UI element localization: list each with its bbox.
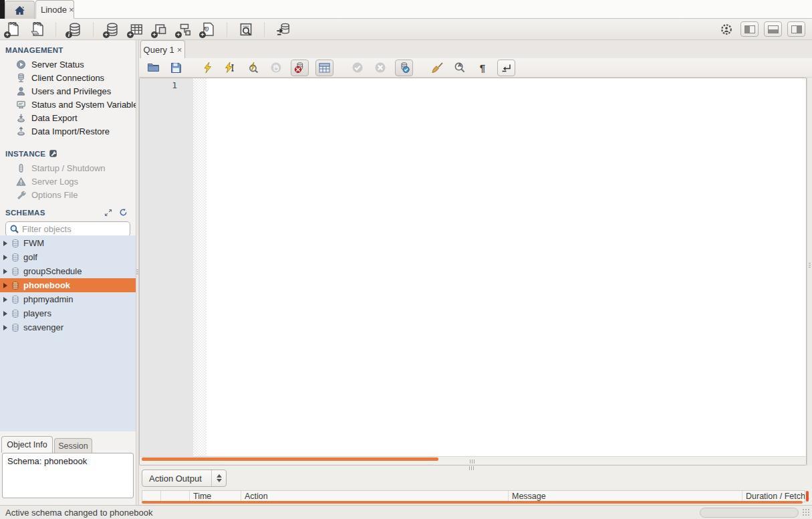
open-script-button[interactable] (145, 60, 161, 76)
sql-editor[interactable]: 1 (139, 78, 807, 465)
toggle-stop-on-error-button[interactable] (291, 60, 309, 76)
schema-row-phpmyadmin[interactable]: phpmyadmin (0, 292, 136, 306)
refresh-schemas-icon[interactable] (119, 208, 128, 217)
splitter-grip[interactable] (470, 459, 475, 463)
sidebar-item-data-import[interactable]: Data Import/Restore (0, 124, 136, 138)
column-header-message[interactable]: Message (509, 491, 742, 502)
sidebar-item-users-privileges[interactable]: Users and Privileges (0, 84, 136, 98)
schema-row-players[interactable]: players (0, 306, 136, 320)
sidebar-item-server-logs[interactable]: Server Logs (0, 175, 136, 188)
show-invisibles-button[interactable]: ¶ (475, 60, 491, 76)
schema-filter-input[interactable] (22, 224, 136, 234)
right-panel-strip[interactable] (807, 40, 812, 505)
left-panel-icon (745, 25, 755, 33)
toolbar-separator (55, 22, 56, 37)
column-header-action[interactable]: Action (241, 491, 509, 502)
schema-row-phonebook[interactable]: phonebook (0, 278, 136, 292)
column-header-index[interactable] (161, 491, 190, 502)
schema-row-scavenger[interactable]: scavenger (0, 320, 136, 334)
open-sql-script-button[interactable]: SQL (28, 21, 46, 38)
connection-tab-bar: Linode × (0, 0, 812, 19)
sidebar-item-options-file[interactable]: Options File (0, 188, 136, 201)
toggle-output-area-button[interactable] (764, 21, 782, 37)
expand-schemas-icon[interactable] (104, 209, 112, 217)
schema-label: groupSchedule (23, 266, 82, 276)
window-edge (0, 0, 5, 19)
beautify-script-button[interactable] (429, 60, 445, 76)
create-view-button[interactable]: + (151, 21, 169, 38)
expander-icon[interactable] (3, 269, 7, 274)
sidebar-item-client-connections[interactable]: Client Connections (0, 71, 136, 84)
close-tab-icon[interactable]: × (177, 45, 182, 54)
scrollbar-thumb[interactable] (142, 457, 438, 461)
output-view-selector[interactable]: Action Output (142, 470, 227, 487)
tab-connection-linode[interactable]: Linode × (35, 0, 74, 19)
info-tab-bar: Object Info Session (0, 436, 136, 453)
tab-query-1[interactable]: Query 1 × (140, 40, 185, 58)
expander-icon[interactable] (3, 297, 7, 302)
splitter-grip[interactable] (469, 466, 474, 470)
expander-icon[interactable] (3, 283, 7, 288)
schema-row-golf[interactable]: golf (0, 250, 136, 264)
schema-inspector-button[interactable]: i (65, 21, 84, 38)
rollback-transaction-button[interactable] (372, 60, 388, 76)
schema-list: FWM golf groupSchedule phonebook phpmyad (0, 235, 136, 431)
execute-current-statement-button[interactable] (223, 60, 239, 76)
editor-margin (193, 78, 207, 456)
column-header-time[interactable]: Time (190, 491, 241, 502)
expander-icon[interactable] (3, 241, 7, 246)
server-status-icon (16, 60, 26, 70)
toggle-word-wrap-button[interactable] (497, 60, 515, 76)
preferences-icon[interactable] (717, 21, 735, 38)
create-procedure-button[interactable]: + (175, 21, 193, 38)
expander-icon[interactable] (3, 255, 7, 260)
create-schema-button[interactable]: + (103, 21, 121, 38)
search-icon (9, 224, 19, 234)
sidebar-item-startup-shutdown[interactable]: Startup / Shutdown (0, 161, 136, 175)
line-number-gutter: 1 (140, 78, 193, 456)
plus-badge-icon: + (151, 31, 158, 38)
splitter-grip[interactable] (809, 263, 811, 272)
status-message: Active schema changed to phonebook (5, 508, 152, 518)
new-sql-tab-button[interactable]: SQL + (4, 21, 22, 38)
tab-home[interactable] (5, 1, 35, 19)
toggle-autocommit-button[interactable] (395, 60, 413, 76)
schema-row-fwm[interactable]: FWM (0, 236, 136, 250)
close-tab-icon[interactable]: × (69, 5, 74, 14)
status-bar: Active schema changed to phonebook (0, 505, 812, 519)
find-in-script-button[interactable]: A (452, 60, 468, 76)
create-function-button[interactable]: f() + (199, 21, 217, 38)
sidebar-item-server-status[interactable]: Server Status (0, 58, 136, 71)
create-table-button[interactable]: + (127, 21, 145, 38)
mysql-workbench-window: Linode × SQL + SQL i + (0, 0, 812, 519)
schema-row-groupschedule[interactable]: groupSchedule (0, 264, 136, 278)
toggle-left-sidebar-button[interactable] (740, 21, 759, 37)
limit-rows-button[interactable] (315, 60, 333, 76)
splitter-grip[interactable] (136, 270, 138, 279)
tab-session[interactable]: Session (54, 438, 92, 453)
expander-icon[interactable] (3, 311, 7, 316)
resize-grip-icon[interactable] (802, 508, 811, 517)
home-icon (14, 5, 25, 15)
search-table-data-button[interactable] (237, 21, 255, 38)
reconnect-dbms-button[interactable] (274, 21, 292, 38)
expander-icon[interactable] (3, 325, 7, 330)
combo-spinner-icon[interactable] (211, 470, 226, 486)
sql-editor-toolbar: A ¶ (139, 58, 812, 78)
tab-object-info[interactable]: Object Info (1, 436, 53, 453)
save-script-button[interactable] (168, 60, 184, 76)
explain-plan-button[interactable] (245, 60, 261, 76)
output-horizontal-scrollbar-thumb[interactable] (142, 501, 803, 504)
editor-horizontal-scrollbar[interactable] (140, 456, 806, 465)
commit-transaction-button[interactable] (350, 60, 366, 76)
schema-icon (11, 239, 20, 248)
execute-statements-button[interactable] (200, 60, 216, 76)
sidebar-item-status-system-variables[interactable]: Status and System Variables (0, 98, 136, 111)
stop-execution-button[interactable] (268, 60, 284, 76)
editor-tab-bar: Query 1 × (139, 40, 812, 58)
output-vertical-scrollbar-thumb[interactable] (806, 491, 809, 502)
column-header-icon[interactable] (142, 491, 161, 502)
sidebar-item-data-export[interactable]: Data Export (0, 111, 136, 124)
column-header-duration[interactable]: Duration / Fetch (742, 491, 805, 502)
toggle-right-sidebar-button[interactable] (787, 21, 805, 37)
